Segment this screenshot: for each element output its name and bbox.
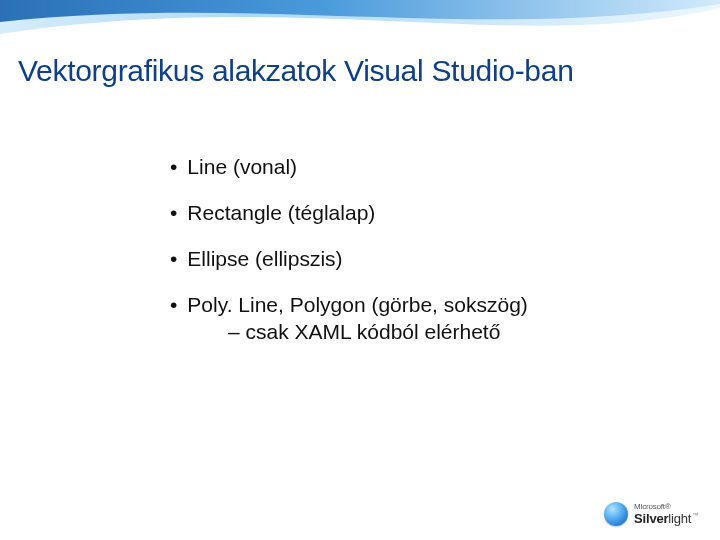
logo-silverlight-suffix: light [668,511,691,526]
header-wave [0,0,720,54]
list-item-subtext: – csak XAML kódból elérhető [170,320,650,344]
bullet-icon: • [170,247,177,270]
bullet-list: •Line (vonal) •Rectangle (téglalap) •Ell… [170,155,650,366]
list-item: •Ellipse (ellipszis) [170,247,650,271]
list-item: •Poly. Line, Polygon (görbe, sokszög) – … [170,293,650,343]
list-item-text: Ellipse (ellipszis) [187,247,342,270]
bullet-icon: • [170,201,177,224]
list-item-text: Poly. Line, Polygon (görbe, sokszög) [187,293,527,316]
silverlight-wordmark: Microsoft® Silverlight™ [634,503,698,525]
list-item-text: Line (vonal) [187,155,297,178]
silverlight-orb-icon [604,502,628,526]
bullet-icon: • [170,155,177,178]
bullet-icon: • [170,293,177,316]
list-item: •Line (vonal) [170,155,650,179]
list-item-text: Rectangle (téglalap) [187,201,375,224]
logo-silverlight-label: Silverlight™ [634,512,698,525]
silverlight-logo: Microsoft® Silverlight™ [604,502,698,526]
slide-title: Vektorgrafikus alakzatok Visual Studio-b… [18,54,574,88]
list-item: •Rectangle (téglalap) [170,201,650,225]
trademark-icon: ™ [692,512,698,518]
logo-microsoft-label: Microsoft® [634,503,698,511]
logo-silverlight-prefix: Silver [634,511,668,526]
